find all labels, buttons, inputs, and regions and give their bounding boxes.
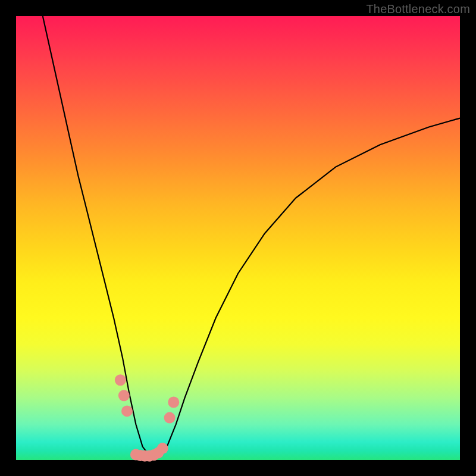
chart-plot-area <box>16 16 460 460</box>
curve-marker <box>157 443 168 454</box>
curve-marker <box>121 405 133 416</box>
curve-marker <box>118 390 130 401</box>
bottleneck-curve <box>43 16 460 456</box>
curve-marker <box>168 397 179 408</box>
curve-markers <box>115 374 179 462</box>
curve-marker <box>115 374 126 386</box>
attribution-text: TheBottleneck.com <box>366 2 470 16</box>
bottleneck-curve-svg <box>16 16 460 460</box>
chart-frame: TheBottleneck.com <box>0 0 476 476</box>
curve-marker <box>164 412 176 424</box>
